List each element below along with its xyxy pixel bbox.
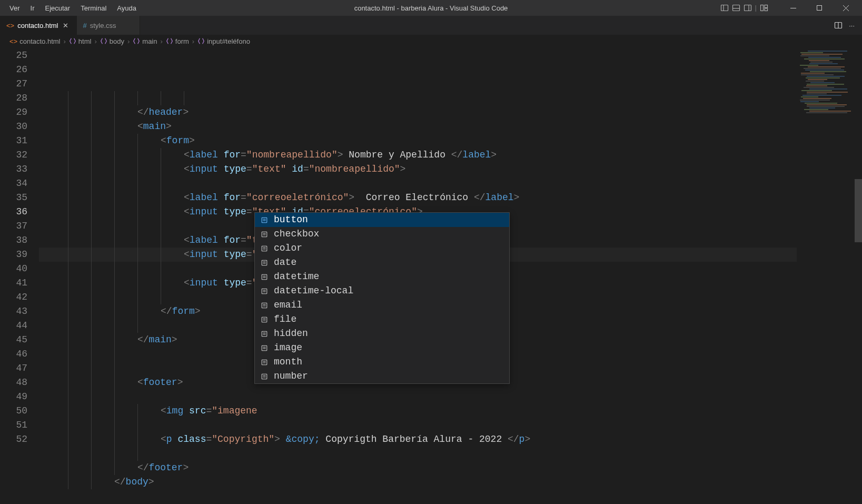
- suggest-item-date[interactable]: date: [255, 255, 509, 270]
- minimap[interactable]: [797, 47, 855, 504]
- value-icon: [260, 259, 269, 266]
- svg-rect-7: [765, 5, 768, 8]
- svg-rect-10: [817, 5, 821, 10]
- window-close-button[interactable]: [834, 0, 858, 16]
- menu-ejecutar[interactable]: Ejecutar: [39, 2, 75, 14]
- tab-close-icon[interactable]: ✕: [62, 21, 70, 29]
- breadcrumb-item[interactable]: input#teléfono: [207, 37, 250, 45]
- suggest-label: hidden: [274, 327, 308, 341]
- suggest-item-color[interactable]: color: [255, 241, 509, 255]
- chevron-right-icon: ›: [127, 37, 130, 45]
- toggle-secondary-sidebar-icon[interactable]: [744, 4, 752, 12]
- brackets-icon: [166, 37, 173, 45]
- svg-rect-45: [262, 360, 267, 365]
- suggest-label: checkbox: [274, 227, 319, 241]
- svg-rect-0: [721, 5, 728, 11]
- svg-rect-27: [262, 274, 267, 280]
- suggest-label: month: [274, 355, 302, 369]
- layout-controls: |: [720, 4, 768, 12]
- tab-label: style.css: [90, 22, 116, 29]
- brackets-icon: [69, 37, 76, 45]
- html-file-icon: <>: [6, 22, 14, 29]
- menu-ir[interactable]: Ir: [25, 2, 40, 14]
- suggest-item-number[interactable]: number: [255, 369, 509, 383]
- toggle-panel-icon[interactable]: [732, 4, 740, 12]
- divider: |: [755, 4, 757, 12]
- svg-rect-30: [262, 289, 267, 294]
- suggest-item-checkbox[interactable]: checkbox: [255, 227, 509, 241]
- suggest-item-file[interactable]: file: [255, 312, 509, 327]
- svg-rect-15: [262, 218, 267, 223]
- brackets-icon: [197, 37, 205, 45]
- svg-rect-6: [761, 5, 764, 11]
- tab-contacto-html[interactable]: <> contacto.html ✕: [0, 16, 77, 35]
- svg-rect-39: [262, 331, 267, 337]
- css-file-icon: #: [83, 22, 87, 29]
- suggest-item-datetime[interactable]: datetime: [255, 270, 509, 284]
- menu-ver[interactable]: Ver: [4, 2, 25, 14]
- value-icon: [260, 373, 269, 380]
- value-icon: [260, 216, 269, 224]
- brackets-icon: [133, 37, 140, 45]
- suggest-label: number: [274, 369, 308, 383]
- breadcrumb-item[interactable]: form: [175, 37, 189, 45]
- suggest-label: file: [274, 312, 296, 327]
- suggest-item-datetime-local[interactable]: datetime-local: [255, 284, 509, 298]
- line-number-gutter: 2526272829303132333435363738394041424344…: [0, 47, 39, 504]
- breadcrumb-item[interactable]: main: [142, 37, 157, 45]
- svg-rect-4: [744, 5, 751, 11]
- tab-style-css[interactable]: # style.css: [77, 16, 140, 35]
- menu-bar: Ver Ir Ejecutar Terminal Ayuda: [0, 2, 142, 14]
- more-actions-icon[interactable]: ···: [849, 22, 855, 29]
- suggest-label: date: [274, 255, 296, 270]
- value-icon: [260, 245, 269, 252]
- breadcrumb-item[interactable]: body: [110, 37, 124, 45]
- brackets-icon: [100, 37, 107, 45]
- title-bar: Ver Ir Ejecutar Terminal Ayuda contacto.…: [0, 0, 862, 16]
- window-minimize-button[interactable]: [781, 0, 805, 16]
- toggle-primary-sidebar-icon[interactable]: [720, 4, 729, 12]
- chevron-right-icon: ›: [64, 37, 66, 45]
- intellisense-popup[interactable]: buttoncheckboxcolordatedatetimedatetime-…: [254, 212, 510, 384]
- code-area[interactable]: </header><main><form><label for="nombrea…: [39, 47, 797, 504]
- window-maximize-button[interactable]: [807, 0, 831, 16]
- customize-layout-icon[interactable]: [760, 4, 768, 12]
- value-icon: [260, 302, 269, 309]
- svg-rect-2: [732, 5, 739, 11]
- suggest-label: color: [274, 241, 302, 255]
- value-icon: [260, 273, 269, 281]
- window-title: contacto.html - barberia Alura - Visual …: [354, 4, 508, 12]
- scrollbar-thumb[interactable]: [855, 179, 862, 242]
- suggest-item-email[interactable]: email: [255, 298, 509, 312]
- chevron-right-icon: ›: [161, 37, 163, 45]
- svg-rect-48: [262, 374, 267, 379]
- value-icon: [260, 288, 269, 295]
- editor[interactable]: 2526272829303132333435363738394041424344…: [0, 47, 862, 504]
- suggest-label: image: [274, 341, 302, 355]
- breadcrumb[interactable]: <> contacto.html › html › body › main › …: [0, 35, 862, 47]
- svg-rect-42: [262, 345, 267, 351]
- menu-terminal[interactable]: Terminal: [75, 2, 112, 14]
- suggest-label: button: [274, 213, 308, 227]
- tab-bar: <> contacto.html ✕ # style.css ···: [0, 16, 862, 35]
- suggest-label: email: [274, 298, 302, 312]
- menu-ayuda[interactable]: Ayuda: [112, 2, 142, 14]
- svg-rect-18: [262, 232, 267, 237]
- breadcrumb-item[interactable]: contacto.html: [19, 37, 60, 45]
- suggest-item-hidden[interactable]: hidden: [255, 327, 509, 341]
- suggest-item-button[interactable]: button: [255, 213, 509, 227]
- svg-rect-24: [262, 260, 267, 265]
- suggest-item-image[interactable]: image: [255, 341, 509, 355]
- chevron-right-icon: ›: [94, 37, 96, 45]
- split-editor-icon[interactable]: [834, 21, 843, 29]
- value-icon: [260, 344, 269, 352]
- value-icon: [260, 330, 269, 338]
- tab-label: contacto.html: [17, 22, 58, 29]
- breadcrumb-item[interactable]: html: [78, 37, 92, 45]
- html-file-icon: <>: [9, 37, 17, 45]
- vertical-scrollbar[interactable]: [855, 47, 862, 504]
- suggest-item-month[interactable]: month: [255, 355, 509, 369]
- value-icon: [260, 231, 269, 238]
- suggest-label: datetime-local: [274, 284, 353, 298]
- svg-rect-21: [262, 246, 267, 251]
